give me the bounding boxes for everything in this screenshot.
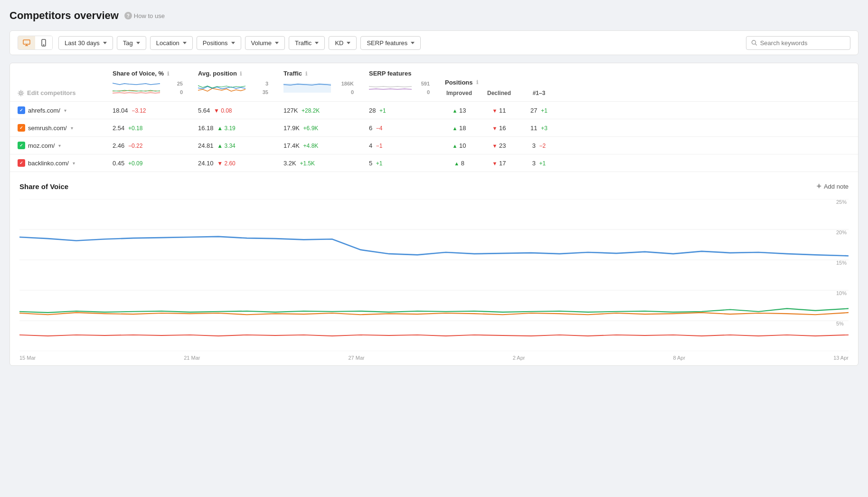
positions-cell: ▲ 10 ▼ 23 3 −2 xyxy=(437,137,858,154)
search-input[interactable] xyxy=(760,39,845,47)
competitor-link[interactable]: moz.com/ xyxy=(28,142,55,149)
tag-button[interactable]: Tag xyxy=(117,36,146,50)
volume-caret xyxy=(275,42,279,44)
traffic-sparkline xyxy=(283,81,331,95)
sov-sparkline xyxy=(113,81,160,95)
sov-cell: 2.54 +0.18 xyxy=(105,119,190,137)
svg-point-4 xyxy=(20,92,22,94)
traffic-button[interactable]: Traffic xyxy=(289,36,325,50)
competitor-link[interactable]: backlinko.com/ xyxy=(28,160,69,167)
desktop-view-button[interactable] xyxy=(18,36,35,49)
competitor-link[interactable]: ahrefs.com/ xyxy=(28,107,60,114)
th-sov: Share of Voice, % ℹ xyxy=(105,63,190,102)
avg-pos-cell: 24.81 ▲ 3.34 xyxy=(190,137,276,154)
sov-cell: 2.46 −0.22 xyxy=(105,137,190,154)
positions-button[interactable]: Positions xyxy=(197,36,241,50)
competitor-link[interactable]: semrush.com/ xyxy=(28,124,67,132)
traffic-header-label: Traffic xyxy=(283,70,302,77)
th-positions: Positions ℹ Improved Declined #1–3 xyxy=(437,63,858,102)
th-avg-position: Avg. position ℹ xyxy=(190,63,276,102)
traffic-caret xyxy=(315,42,319,44)
avg-pos-cell: 24.10 ▼ 2.60 xyxy=(190,154,276,172)
sov-cell: 18.04 −3.12 xyxy=(105,102,190,119)
device-switcher xyxy=(18,36,53,50)
mobile-view-button[interactable] xyxy=(35,36,52,49)
sub-header-declined: Declined xyxy=(485,90,513,96)
chart-title: Share of Voice xyxy=(19,182,68,191)
gear-icon xyxy=(18,90,24,96)
competitor-dropdown-caret[interactable]: ▾ xyxy=(58,143,61,148)
sov-header-label: Share of Voice, % xyxy=(113,70,164,77)
declined-col: ▼ 23 xyxy=(485,142,513,149)
avg-sparkline xyxy=(198,81,245,95)
help-icon: ? xyxy=(124,12,132,19)
add-note-button[interactable]: + Add note xyxy=(816,182,849,191)
competitor-checkbox[interactable]: ✓ xyxy=(18,142,25,149)
search-icon xyxy=(751,39,757,46)
competitor-name-cell: ✓ ahrefs.com/ ▾ xyxy=(18,106,97,114)
top3-col: 3 +1 xyxy=(525,160,553,167)
desktop-icon xyxy=(23,39,30,47)
competitor-dropdown-caret[interactable]: ▾ xyxy=(73,161,75,166)
chart-section: Share of Voice + Add note xyxy=(10,172,858,365)
competitor-checkbox[interactable]: ✓ xyxy=(18,124,25,132)
improved-col: ▲ 18 xyxy=(445,124,473,132)
chart-svg xyxy=(19,199,849,351)
main-card: Edit competitors Share of Voice, % ℹ xyxy=(9,63,859,366)
edit-competitors-button[interactable]: Edit competitors xyxy=(18,89,97,96)
date-range-button[interactable]: Last 30 days xyxy=(58,36,113,50)
location-caret xyxy=(183,42,187,44)
mobile-icon xyxy=(40,39,47,47)
positions-caret xyxy=(231,42,235,44)
location-button[interactable]: Location xyxy=(150,36,193,50)
sub-header-top3: #1–3 xyxy=(525,90,553,96)
competitor-dropdown-caret[interactable]: ▾ xyxy=(71,125,73,131)
competitor-checkbox[interactable]: ✓ xyxy=(18,159,25,167)
x-axis-labels: 15 Mar 21 Mar 27 Mar 2 Apr 8 Apr 13 Apr xyxy=(19,351,849,361)
positions-cell: ▲ 13 ▼ 11 27 +1 xyxy=(437,102,858,119)
how-to-use-link[interactable]: ? How to use xyxy=(124,12,165,19)
declined-col: ▼ 16 xyxy=(485,124,513,132)
kd-caret xyxy=(347,42,350,44)
serp-sparkline xyxy=(369,81,412,95)
competitor-dropdown-caret[interactable]: ▾ xyxy=(64,108,66,113)
sov-cell: 0.45 +0.09 xyxy=(105,154,190,172)
improved-col: ▲ 8 xyxy=(445,160,473,167)
th-traffic: Traffic ℹ 186K xyxy=(276,63,361,102)
th-competitor: Edit competitors xyxy=(10,63,105,102)
declined-col: ▼ 11 xyxy=(485,107,513,114)
competitor-name-cell: ✓ moz.com/ ▾ xyxy=(18,142,97,149)
competitor-name-cell: ✓ backlinko.com/ ▾ xyxy=(18,159,97,167)
traffic-cell: 17.9K +6.9K xyxy=(276,119,361,137)
avg-pos-header-label: Avg. position xyxy=(198,70,237,77)
svg-rect-0 xyxy=(23,40,30,44)
avg-pos-cell: 16.18 ▲ 3.19 xyxy=(190,119,276,137)
traffic-cell: 17.4K +4.8K xyxy=(276,137,361,154)
serp-cell: 4 −1 xyxy=(361,137,437,154)
table-row: ✓ moz.com/ ▾ 2.46 −0.22 24.81 ▲ 3.34 17.… xyxy=(10,137,858,154)
top3-col: 3 −2 xyxy=(525,142,553,149)
competitor-checkbox[interactable]: ✓ xyxy=(18,106,25,114)
avg-pos-info-icon[interactable]: ℹ xyxy=(240,71,242,76)
svg-point-3 xyxy=(752,40,755,44)
competitors-table: Edit competitors Share of Voice, % ℹ xyxy=(10,63,858,172)
improved-col: ▲ 13 xyxy=(445,107,473,114)
avg-pos-cell: 5.64 ▼ 0.08 xyxy=(190,102,276,119)
serp-features-button[interactable]: SERP features xyxy=(360,36,421,50)
serp-cell: 28 +1 xyxy=(361,102,437,119)
declined-col: ▼ 17 xyxy=(485,160,513,167)
kd-button[interactable]: KD xyxy=(329,36,357,50)
toolbar: Last 30 days Tag Location Positions Volu… xyxy=(9,30,859,55)
chart-area: 25% 20% 15% 10% 5% xyxy=(19,199,849,351)
positions-info-icon[interactable]: ℹ xyxy=(476,79,478,86)
volume-button[interactable]: Volume xyxy=(245,36,285,50)
serp-features-caret xyxy=(411,42,415,44)
sub-header-improved: Improved xyxy=(445,90,473,96)
sov-info-icon[interactable]: ℹ xyxy=(167,71,169,76)
date-range-caret xyxy=(103,42,107,44)
traffic-cell: 127K +28.2K xyxy=(276,102,361,119)
traffic-info-icon[interactable]: ℹ xyxy=(305,71,307,76)
tag-caret xyxy=(136,42,140,44)
plus-icon: + xyxy=(816,182,821,191)
serp-cell: 6 −4 xyxy=(361,119,437,137)
